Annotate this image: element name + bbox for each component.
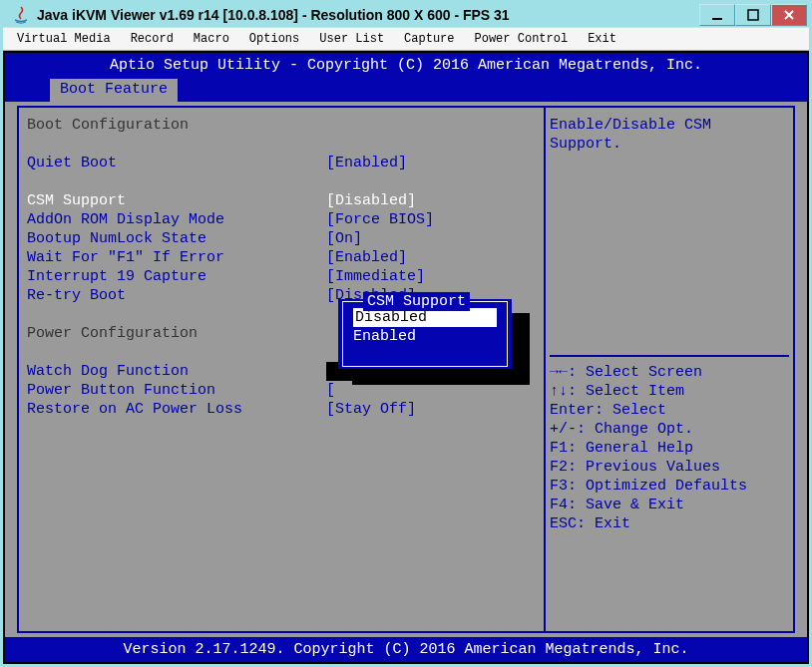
setting-addon-rom[interactable]: AddOn ROM Display Mode [Force BIOS] [27, 210, 536, 229]
section-header-boot: Boot Configuration [27, 116, 536, 135]
setting-value: [ [326, 381, 335, 400]
menu-user-list[interactable]: User List [309, 30, 394, 48]
popup-title: CSM Support [363, 292, 470, 311]
key-f4: F4: Save & Exit [550, 496, 789, 514]
key-enter: Enter: Select [550, 401, 789, 420]
setting-value: [Force BIOS] [326, 210, 434, 229]
menu-options[interactable]: Options [239, 30, 309, 48]
setting-label: Watch Dog Function [27, 362, 326, 381]
menu-record[interactable]: Record [121, 30, 184, 48]
bios-tab-row: Boot Feature [5, 78, 807, 102]
key-esc: ESC: Exit [550, 514, 789, 533]
bios-body: Boot Configuration Quiet Boot [Enabled] … [5, 102, 807, 637]
popup-option-enabled[interactable]: Enabled [353, 327, 497, 346]
setting-value: [Enabled] [326, 248, 407, 267]
menu-capture[interactable]: Capture [394, 30, 464, 48]
settings-pane: Boot Configuration Quiet Boot [Enabled] … [19, 108, 544, 631]
key-select-screen: →←: Select Screen [550, 363, 789, 382]
menubar: Virtual Media Record Macro Options User … [3, 27, 809, 51]
setting-value: [Enabled] [326, 154, 407, 172]
csm-popup[interactable]: CSM Support Disabled Enabled [338, 299, 512, 369]
bios-screen[interactable]: Aptio Setup Utility - Copyright (C) 2016… [3, 51, 809, 664]
bios-header: Aptio Setup Utility - Copyright (C) 2016… [5, 53, 807, 78]
setting-label: Restore on AC Power Loss [27, 400, 326, 419]
bios-footer: Version 2.17.1249. Copyright (C) 2016 Am… [5, 637, 807, 662]
setting-label: Bootup NumLock State [27, 229, 326, 248]
menu-exit[interactable]: Exit [578, 30, 626, 48]
setting-quiet-boot[interactable]: Quiet Boot [Enabled] [27, 154, 536, 172]
maximize-button[interactable] [735, 4, 771, 26]
menu-virtual-media[interactable]: Virtual Media [7, 30, 121, 48]
titlebar[interactable]: Java iKVM Viewer v1.69 r14 [10.0.8.108] … [3, 3, 809, 27]
bios-frame: Boot Configuration Quiet Boot [Enabled] … [17, 106, 795, 633]
key-f2: F2: Previous Values [550, 458, 789, 477]
key-change-opt: +/-: Change Opt. [550, 420, 789, 439]
setting-label: Quiet Boot [27, 154, 326, 172]
tab-boot-feature[interactable]: Boot Feature [49, 78, 179, 102]
setting-value: [Immediate] [326, 267, 425, 286]
setting-wait-f1[interactable]: Wait For "F1" If Error [Enabled] [27, 248, 536, 267]
svg-rect-1 [748, 10, 758, 20]
window-controls [699, 4, 807, 26]
app-window: Java iKVM Viewer v1.69 r14 [10.0.8.108] … [3, 3, 809, 664]
key-f1: F1: General Help [550, 439, 789, 458]
help-pane: Enable/Disable CSM Support. →←: Select S… [544, 108, 793, 631]
key-legend: →←: Select Screen ↑↓: Select Item Enter:… [550, 355, 789, 533]
minimize-button[interactable] [699, 4, 735, 26]
setting-ac-power-loss[interactable]: Restore on AC Power Loss [Stay Off] [27, 400, 536, 419]
key-select-item: ↑↓: Select Item [550, 382, 789, 401]
setting-label: Interrupt 19 Capture [27, 267, 326, 286]
close-button[interactable] [771, 4, 807, 26]
setting-label: Re-try Boot [27, 286, 326, 305]
window-title: Java iKVM Viewer v1.69 r14 [10.0.8.108] … [37, 7, 699, 23]
setting-value: [On] [326, 229, 362, 248]
key-f3: F3: Optimized Defaults [550, 477, 789, 496]
menu-power-control[interactable]: Power Control [465, 30, 579, 48]
setting-label: AddOn ROM Display Mode [27, 210, 326, 229]
setting-label: Power Button Function [27, 381, 326, 400]
setting-csm-support[interactable]: CSM Support [Disabled] [27, 191, 536, 210]
setting-numlock[interactable]: Bootup NumLock State [On] [27, 229, 536, 248]
setting-value: [Stay Off] [326, 400, 416, 419]
java-icon [11, 5, 31, 25]
svg-rect-0 [712, 18, 722, 20]
setting-label: CSM Support [27, 191, 326, 210]
menu-macro[interactable]: Macro [184, 30, 239, 48]
setting-label: Wait For "F1" If Error [27, 248, 326, 267]
setting-int19[interactable]: Interrupt 19 Capture [Immediate] [27, 267, 536, 286]
setting-value: [Disabled] [326, 191, 416, 210]
help-text: Enable/Disable CSM Support. [550, 116, 789, 355]
